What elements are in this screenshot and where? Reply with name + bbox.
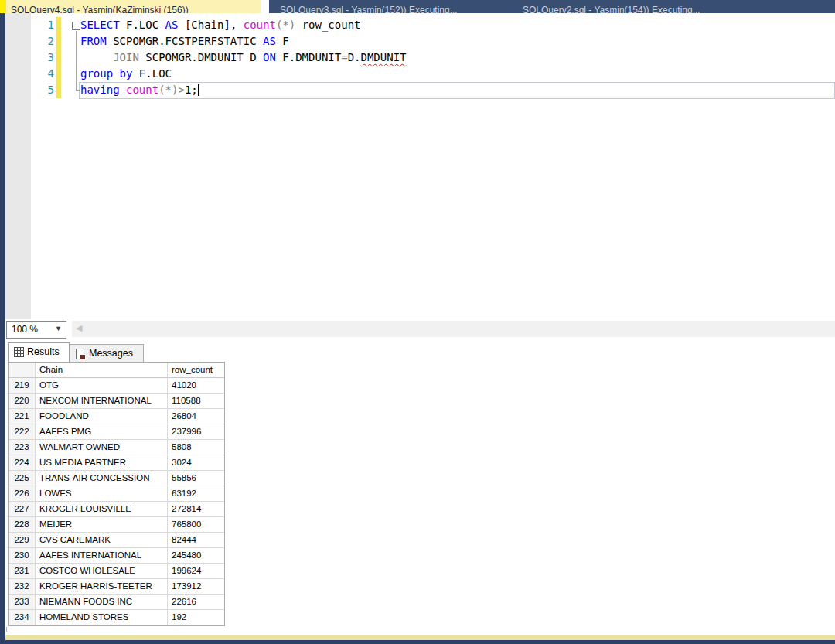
document-tab-bar: SQLQuery4.sql - Yasmin(KaZiminski (156))… <box>0 0 835 13</box>
table-row[interactable]: 225TRANS-AIR CONCESSION55856 <box>9 471 224 486</box>
table-row[interactable]: 220NEXCOM INTERNATIONAL110588 <box>9 394 224 409</box>
tab-results-label: Results <box>27 346 60 357</box>
table-row[interactable]: 226LOWES63192 <box>9 486 224 502</box>
chain-cell[interactable]: WALMART OWNED <box>36 440 168 455</box>
chain-cell[interactable]: COSTCO WHOLESALE <box>36 564 168 579</box>
row-number-cell[interactable]: 227 <box>9 502 36 517</box>
sql-editor[interactable]: 1SELECT F.LOC AS [Chain], count(*) row_c… <box>5 13 835 319</box>
row-count-cell[interactable]: 192 <box>168 610 224 625</box>
results-tab-strip: Results Messages <box>5 342 835 362</box>
row-number-cell[interactable]: 221 <box>9 409 36 424</box>
code-line-4[interactable]: group by F.LOC <box>80 66 172 82</box>
row-number-cell[interactable]: 219 <box>9 378 36 394</box>
row-number-cell[interactable]: 223 <box>9 440 36 455</box>
editor-gutter <box>5 13 31 319</box>
row-count-cell[interactable]: 41020 <box>168 378 224 394</box>
chain-cell[interactable]: LOWES <box>36 486 168 502</box>
row-number-cell[interactable]: 233 <box>9 595 36 610</box>
table-row[interactable]: 219OTG41020 <box>9 378 224 394</box>
table-row[interactable]: 221FOODLAND26804 <box>9 409 224 424</box>
tab-sqlquery4-label: SQLQuery4.sql - Yasmin(KaZiminski (156)) <box>11 5 189 13</box>
chain-cell[interactable]: AAFES PMG <box>36 424 168 440</box>
row-count-cell[interactable]: 110588 <box>168 394 224 409</box>
error-squiggle-token: DMDUNIT <box>360 51 406 63</box>
row-count-cell[interactable]: 173912 <box>168 579 224 595</box>
chain-cell[interactable]: KROGER LOUISVILLE <box>36 502 168 517</box>
chain-cell[interactable]: AAFES INTERNATIONAL <box>36 548 168 564</box>
row-number-cell[interactable]: 230 <box>9 548 36 564</box>
row-number-cell[interactable]: 228 <box>9 517 36 533</box>
code-line-3[interactable]: JOIN SCPOMGR.DMDUNIT D ON F.DMDUNIT=D.DM… <box>80 49 407 66</box>
table-row[interactable]: 233NIEMANN FOODS INC22616 <box>9 595 224 610</box>
row-count-cell[interactable]: 55856 <box>168 471 224 486</box>
chevron-down-icon: ▼ <box>55 325 62 332</box>
table-row[interactable]: 229CVS CAREMARK82444 <box>9 533 224 548</box>
chain-cell[interactable]: FOODLAND <box>36 409 168 424</box>
chain-cell[interactable]: NEXCOM INTERNATIONAL <box>36 394 168 409</box>
line-number: 5 <box>31 82 54 98</box>
table-row[interactable]: 228MEIJER765800 <box>9 517 224 533</box>
chain-cell[interactable]: MEIJER <box>36 517 168 533</box>
tab-results[interactable]: Results <box>8 342 70 362</box>
chain-cell[interactable]: NIEMANN FOODS INC <box>36 595 168 610</box>
background-tab-well: SQLQuery3.sql - Yasmin(152)) Executing..… <box>269 0 835 13</box>
chain-cell[interactable]: TRANS-AIR CONCESSION <box>36 471 168 486</box>
grid-body: 219OTG41020220NEXCOM INTERNATIONAL110588… <box>9 378 224 625</box>
row-count-cell[interactable]: 272814 <box>168 502 224 517</box>
chain-cell[interactable]: HOMELAND STORES <box>36 610 168 625</box>
scroll-left-icon[interactable]: ◀ <box>76 323 82 333</box>
row-number-cell[interactable]: 231 <box>9 564 36 579</box>
code-line-5[interactable]: having count(*)>1; <box>80 82 199 98</box>
table-row[interactable]: 230AAFES INTERNATIONAL245480 <box>9 548 224 564</box>
row-number-cell[interactable]: 220 <box>9 394 36 409</box>
line-number: 3 <box>31 49 54 66</box>
zoom-level-select[interactable]: 100 % ▼ <box>6 321 66 339</box>
chain-cell[interactable]: KROGER HARRIS-TEETER <box>36 579 168 595</box>
chain-cell[interactable]: OTG <box>36 378 168 394</box>
table-row[interactable]: 227KROGER LOUISVILLE272814 <box>9 502 224 517</box>
outline-guide-line <box>76 31 77 90</box>
row-number-cell[interactable]: 225 <box>9 471 36 486</box>
row-number-cell[interactable]: 232 <box>9 579 36 595</box>
code-line-1[interactable]: SELECT F.LOC AS [Chain], count(*) row_co… <box>80 17 361 33</box>
row-count-cell[interactable]: 765800 <box>168 517 224 533</box>
editor-horizontal-scrollbar[interactable]: ◀ <box>72 321 835 337</box>
editor-status-row: 100 % ▼ ◀ <box>5 319 835 342</box>
row-number-cell[interactable]: 234 <box>9 610 36 625</box>
column-header-chain[interactable]: Chain <box>36 363 168 378</box>
row-number-cell[interactable]: 229 <box>9 533 36 548</box>
results-grid[interactable]: Chain row_count 219OTG41020220NEXCOM INT… <box>8 362 225 626</box>
tab-sqlquery2[interactable]: SQLQuery2.sql - Yasmin(154)) Executing..… <box>523 5 700 13</box>
chain-cell[interactable]: CVS CAREMARK <box>36 533 168 548</box>
row-number-cell[interactable]: 226 <box>9 486 36 502</box>
row-count-cell[interactable]: 3024 <box>168 455 224 471</box>
row-count-cell[interactable]: 245480 <box>168 548 224 564</box>
table-row[interactable]: 232KROGER HARRIS-TEETER173912 <box>9 579 224 595</box>
row-count-cell[interactable]: 26804 <box>168 409 224 424</box>
results-grid-icon <box>14 347 24 357</box>
row-count-cell[interactable]: 82444 <box>168 533 224 548</box>
table-row[interactable]: 231COSTCO WHOLESALE199624 <box>9 564 224 579</box>
code-line-2[interactable]: FROM SCPOMGR.FCSTPERFSTATIC AS F <box>80 33 289 49</box>
active-tab-accent <box>0 0 6 13</box>
table-row[interactable]: 223WALMART OWNED5808 <box>9 440 224 455</box>
row-count-cell[interactable]: 63192 <box>168 486 224 502</box>
collapse-minus-icon[interactable] <box>72 22 80 30</box>
row-count-cell[interactable]: 199624 <box>168 564 224 579</box>
row-count-cell[interactable]: 22616 <box>168 595 224 610</box>
table-row[interactable]: 224US MEDIA PARTNER3024 <box>9 455 224 471</box>
tab-sqlquery4[interactable]: SQLQuery4.sql - Yasmin(KaZiminski (156)) <box>6 0 261 13</box>
row-count-cell[interactable]: 237996 <box>168 424 224 440</box>
window-left-edge <box>0 13 5 644</box>
grid-corner-cell[interactable] <box>9 363 36 378</box>
tab-sqlquery3[interactable]: SQLQuery3.sql - Yasmin(152)) Executing..… <box>280 5 458 13</box>
column-header-row-count[interactable]: row_count <box>168 363 224 378</box>
chain-cell[interactable]: US MEDIA PARTNER <box>36 455 168 471</box>
row-number-cell[interactable]: 222 <box>9 424 36 440</box>
table-row[interactable]: 234HOMELAND STORES192 <box>9 610 224 625</box>
line-number: 4 <box>31 66 54 82</box>
table-row[interactable]: 222AAFES PMG237996 <box>9 424 224 440</box>
row-count-cell[interactable]: 5808 <box>168 440 224 455</box>
row-number-cell[interactable]: 224 <box>9 455 36 471</box>
tab-messages[interactable]: Messages <box>70 344 144 362</box>
